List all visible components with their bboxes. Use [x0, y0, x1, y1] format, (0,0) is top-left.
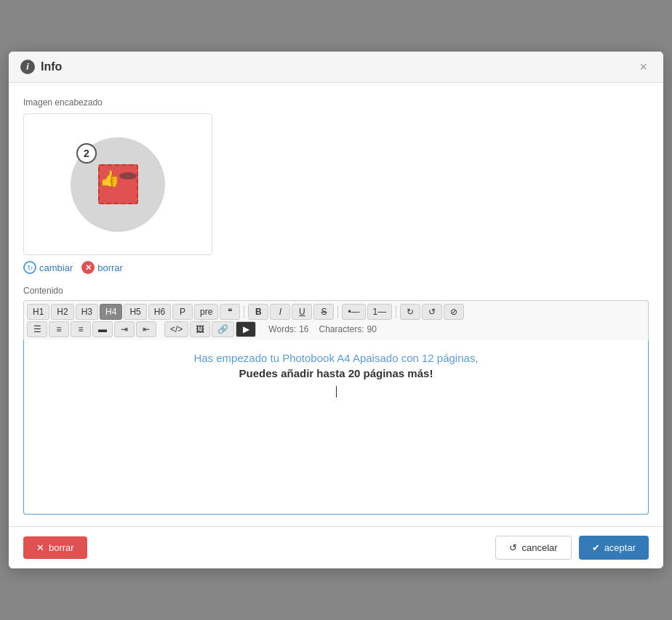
- modal-dialog: i Info × Imagen encabezado 2 👍: [9, 52, 663, 568]
- toolbar-italic[interactable]: I: [270, 304, 290, 320]
- cambiar-button[interactable]: ↻ cambiar: [23, 261, 73, 274]
- modal-header: i Info ×: [9, 52, 663, 83]
- toolbar-sep-1: [244, 305, 244, 318]
- toolbar-ul[interactable]: •—: [342, 304, 365, 320]
- toolbar-sep-2: [337, 305, 338, 318]
- thumbnail-red-box: 👍: [98, 164, 138, 204]
- words-label: Words:: [268, 324, 296, 334]
- toolbar-bold[interactable]: B: [248, 304, 268, 320]
- cambiar-icon: ↻: [23, 261, 36, 274]
- close-button[interactable]: ×: [635, 59, 652, 75]
- image-preview-box: 2 👍: [23, 113, 212, 255]
- image-circle: 2 👍: [71, 137, 165, 232]
- toolbar: H1 H2 H3 H4 H5 H6 P pre ❝ B I U S •— 1: [23, 300, 649, 340]
- editor-cursor: [336, 386, 337, 398]
- toolbar-h2[interactable]: H2: [51, 304, 73, 320]
- word-count-label: Words: 16: [264, 323, 313, 336]
- toolbar-h5[interactable]: H5: [124, 304, 146, 320]
- cambiar-label: cambiar: [39, 262, 73, 273]
- aceptar-button[interactable]: ✔ aceptar: [579, 536, 649, 560]
- chars-label: Characters:: [319, 324, 364, 334]
- aceptar-label: aceptar: [604, 542, 636, 553]
- thumb-shadow: [119, 172, 137, 180]
- borrar-footer-icon: ✕: [36, 542, 44, 553]
- aceptar-icon: ✔: [592, 542, 600, 553]
- toolbar-p[interactable]: P: [172, 304, 193, 320]
- toolbar-h4[interactable]: H4: [100, 304, 122, 320]
- toolbar-sep-3: [396, 305, 396, 318]
- toolbar-align-left[interactable]: ☰: [27, 321, 47, 337]
- modal-footer: ✕ borrar ↺ cancelar ✔ aceptar: [9, 526, 663, 568]
- cancelar-icon: ↺: [509, 542, 517, 553]
- toolbar-align-center[interactable]: ≡: [49, 321, 69, 337]
- toolbar-link[interactable]: 🔗: [212, 321, 234, 337]
- thumbs-up-icon: 👍: [100, 169, 119, 188]
- content-section-label: Contenido: [23, 286, 649, 296]
- footer-right: ↺ cancelar ✔ aceptar: [495, 536, 649, 560]
- words-count: 16: [299, 324, 308, 334]
- editor-cursor-line: [33, 385, 639, 398]
- borrar-footer-label: borrar: [49, 542, 74, 553]
- toolbar-align-justify[interactable]: ▬: [92, 321, 113, 337]
- toolbar-h3[interactable]: H3: [76, 304, 98, 320]
- image-actions: ↻ cambiar ✕ borrar: [23, 261, 649, 274]
- borrar-footer-button[interactable]: ✕ borrar: [23, 536, 87, 559]
- toolbar-underline[interactable]: U: [292, 304, 312, 320]
- toolbar-code[interactable]: </>: [164, 321, 188, 337]
- char-count-label: Characters: 90: [315, 323, 381, 336]
- cancelar-button[interactable]: ↺ cancelar: [495, 536, 571, 560]
- editor-line-2: Puedes añadir hasta 20 páginas más!: [33, 367, 639, 379]
- toolbar-undo[interactable]: ↺: [422, 304, 442, 320]
- chars-count: 90: [367, 324, 377, 334]
- borrar-image-label: borrar: [97, 262, 123, 273]
- toolbar-pre[interactable]: pre: [194, 304, 218, 320]
- toolbar-h1[interactable]: H1: [27, 304, 49, 320]
- toolbar-outdent[interactable]: ⇤: [136, 321, 156, 337]
- toolbar-row-1: H1 H2 H3 H4 H5 H6 P pre ❝ B I U S •— 1: [27, 304, 645, 320]
- modal-title: Info: [41, 60, 62, 73]
- toolbar-video[interactable]: ▶: [236, 321, 256, 337]
- modal-body: Imagen encabezado 2 👍 ↻ cambiar ✕: [9, 83, 663, 526]
- info-icon: i: [20, 60, 35, 74]
- toolbar-clear[interactable]: ⊘: [444, 304, 464, 320]
- cancelar-label: cancelar: [521, 542, 557, 553]
- toolbar-row-2: ☰ ≡ ≡ ▬ ⇥ ⇤ </> 🖼 🔗 ▶ Words: 16: [27, 321, 645, 337]
- image-section-label: Imagen encabezado: [23, 97, 649, 108]
- toolbar-redo[interactable]: ↻: [400, 304, 420, 320]
- borrar-image-icon: ✕: [81, 261, 95, 274]
- toolbar-indent[interactable]: ⇥: [114, 321, 135, 337]
- header-left: i Info: [20, 60, 62, 74]
- toolbar-align-right[interactable]: ≡: [71, 321, 91, 337]
- badge-number: 2: [76, 143, 97, 164]
- editor-area[interactable]: Has empezado tu Photobook A4 Apaisado co…: [23, 340, 649, 515]
- borrar-image-button[interactable]: ✕ borrar: [81, 261, 123, 274]
- editor-line-1: Has empezado tu Photobook A4 Apaisado co…: [33, 352, 639, 364]
- toolbar-quote[interactable]: ❝: [220, 304, 240, 320]
- toolbar-h6[interactable]: H6: [148, 304, 171, 320]
- toolbar-ol[interactable]: 1—: [367, 304, 393, 320]
- modal-backdrop: i Info × Imagen encabezado 2 👍: [0, 0, 672, 620]
- toolbar-image[interactable]: 🖼: [190, 321, 210, 337]
- toolbar-strike[interactable]: S: [313, 304, 334, 320]
